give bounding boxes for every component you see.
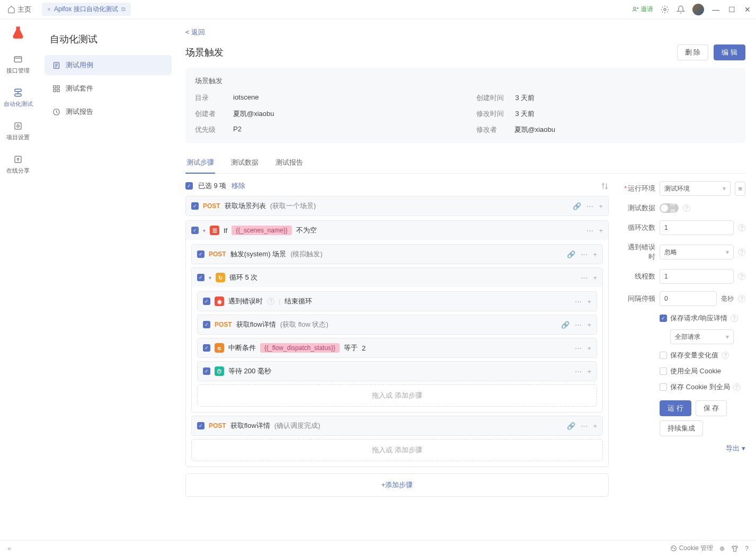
- ci-button[interactable]: 持续集成: [660, 420, 703, 436]
- save-cookie-checkbox[interactable]: [660, 383, 667, 391]
- help-icon[interactable]: ?: [731, 315, 738, 322]
- more-icon[interactable]: ⋯: [581, 274, 588, 282]
- chevron-down-icon[interactable]: ▾: [209, 275, 211, 281]
- sort-icon[interactable]: [601, 182, 609, 190]
- delay-input[interactable]: [664, 295, 712, 302]
- more-icon[interactable]: ⋯: [575, 321, 582, 329]
- step-wait[interactable]: ✓ ⏱ 等待 200 毫秒 ⋯+: [197, 361, 597, 381]
- step-checkbox[interactable]: ✓: [203, 321, 210, 328]
- more-icon[interactable]: ⋯: [581, 422, 588, 430]
- select-all-checkbox[interactable]: ✓: [185, 182, 193, 190]
- footer-shirt-icon[interactable]: [731, 545, 739, 552]
- add-step-button[interactable]: +添加步骤: [185, 473, 609, 497]
- link-icon[interactable]: 🔗: [567, 422, 575, 430]
- workspace-tab[interactable]: × Apifox 接口自动化测试 ⧉: [42, 3, 131, 16]
- save-resp-checkbox[interactable]: ✓: [660, 315, 667, 322]
- save-resp-select[interactable]: 全部请求▾: [670, 329, 734, 344]
- settings-icon[interactable]: [661, 5, 669, 14]
- tab-steps[interactable]: 测试步骤: [185, 154, 215, 174]
- add-icon[interactable]: +: [587, 298, 591, 306]
- add-icon[interactable]: +: [587, 321, 591, 329]
- more-icon[interactable]: ⋯: [575, 367, 582, 375]
- step-4[interactable]: ✓ POST 获取flow详情 (确认调度完成) 🔗⋯+: [191, 416, 603, 436]
- delete-button[interactable]: 删 除: [677, 44, 709, 60]
- add-icon[interactable]: +: [593, 422, 597, 430]
- rail-share[interactable]: 在线分享: [0, 150, 36, 179]
- step-checkbox[interactable]: ✓: [203, 367, 210, 375]
- help-icon[interactable]: ?: [738, 224, 745, 231]
- step-checkbox[interactable]: ✓: [203, 344, 210, 352]
- cookie-manager[interactable]: Cookie 管理: [670, 544, 714, 553]
- more-icon[interactable]: ⋯: [575, 344, 582, 352]
- footer-add-icon[interactable]: ⊕: [719, 545, 725, 552]
- step-checkbox[interactable]: ✓: [197, 274, 204, 281]
- window-close[interactable]: ✕: [743, 5, 752, 14]
- on-error-select[interactable]: 忽略▾: [660, 245, 734, 259]
- side-test-cases[interactable]: 测试用例: [45, 55, 172, 75]
- add-icon[interactable]: +: [593, 274, 597, 282]
- step-checkbox[interactable]: ✓: [191, 227, 199, 234]
- home-button[interactable]: 主页: [4, 3, 34, 16]
- env-select[interactable]: 测试环境▾: [660, 181, 731, 196]
- loop-count-input[interactable]: [664, 224, 729, 231]
- step-break[interactable]: ✓ ⎋ 中断条件 {{_flow_dispatch_status}} 等于 2 …: [197, 338, 597, 358]
- help-icon[interactable]: ?: [738, 248, 745, 256]
- add-icon[interactable]: +: [599, 227, 603, 235]
- more-icon[interactable]: ⋯: [575, 298, 582, 306]
- add-icon[interactable]: +: [587, 367, 591, 375]
- link-icon[interactable]: 🔗: [567, 250, 575, 258]
- help-icon[interactable]: ?: [738, 273, 745, 280]
- save-button[interactable]: 保 存: [696, 400, 727, 416]
- help-icon[interactable]: ?: [733, 383, 741, 391]
- add-icon[interactable]: +: [593, 250, 597, 258]
- footer-help-icon[interactable]: ?: [745, 545, 749, 552]
- step-3[interactable]: ✓ POST 获取flow详情 (获取 flow 状态) 🔗⋯+: [197, 315, 597, 335]
- more-icon[interactable]: ⋯: [581, 250, 588, 258]
- step-checkbox[interactable]: ✓: [197, 422, 204, 429]
- tab-data[interactable]: 测试数据: [230, 154, 260, 173]
- step-1[interactable]: ✓ POST 获取场景列表 (获取一个场景) 🔗⋯+: [185, 196, 609, 216]
- export-link[interactable]: 导出 ▾: [622, 444, 745, 453]
- more-icon[interactable]: ⋯: [586, 202, 593, 210]
- chevron-down-icon[interactable]: ▾: [203, 228, 206, 234]
- window-minimize[interactable]: —: [711, 5, 720, 14]
- save-var-checkbox[interactable]: [660, 352, 667, 359]
- side-test-suites[interactable]: 测试套件: [45, 78, 172, 98]
- edit-button[interactable]: 编 辑: [714, 44, 745, 60]
- tab-report[interactable]: 测试报告: [274, 154, 304, 173]
- thread-count-input[interactable]: [664, 273, 729, 280]
- step-checkbox[interactable]: ✓: [197, 250, 204, 258]
- back-link[interactable]: < 返回: [185, 28, 205, 37]
- rail-settings[interactable]: 项目设置: [0, 116, 36, 146]
- tab-ext-icon[interactable]: ⧉: [121, 6, 126, 13]
- avatar[interactable]: [692, 4, 704, 15]
- help-icon[interactable]: ?: [722, 352, 729, 359]
- invite-button[interactable]: 邀请: [632, 5, 653, 14]
- step-2[interactable]: ✓ POST 触发(system) 场景 (模拟触发) 🔗⋯+: [191, 244, 603, 264]
- add-icon[interactable]: +: [587, 344, 591, 352]
- drop-add-inner[interactable]: 拖入或 添加步骤: [197, 384, 597, 407]
- remove-selected[interactable]: 移除: [232, 181, 245, 191]
- link-icon[interactable]: 🔗: [573, 202, 581, 210]
- use-cookie-checkbox[interactable]: [660, 367, 667, 375]
- collapse-icon[interactable]: «: [7, 544, 11, 552]
- bell-icon[interactable]: [677, 5, 685, 14]
- side-test-reports[interactable]: 测试报告: [45, 102, 172, 122]
- svg-point-0: [634, 7, 636, 9]
- rail-automation[interactable]: 自动化测试: [0, 83, 36, 112]
- test-data-toggle[interactable]: 停用: [660, 203, 679, 213]
- help-icon[interactable]: ?: [683, 204, 690, 212]
- more-icon[interactable]: ⋯: [586, 227, 593, 235]
- link-icon[interactable]: 🔗: [561, 321, 570, 329]
- step-checkbox[interactable]: ✓: [191, 202, 199, 210]
- add-icon[interactable]: +: [599, 202, 603, 210]
- window-maximize[interactable]: ☐: [727, 5, 736, 14]
- run-button[interactable]: 运 行: [660, 400, 691, 416]
- help-icon[interactable]: ?: [738, 295, 745, 302]
- step-checkbox[interactable]: ✓: [203, 298, 210, 305]
- env-menu-icon[interactable]: ≡: [735, 182, 745, 196]
- drop-add-if[interactable]: 拖入或 添加步骤: [191, 439, 603, 461]
- help-icon[interactable]: ?: [267, 298, 274, 305]
- rail-api[interactable]: 接口管理: [0, 50, 36, 79]
- step-on-error[interactable]: ✓ ◉ 遇到错误时 ? | 结束循环 ⋯+: [197, 291, 597, 311]
